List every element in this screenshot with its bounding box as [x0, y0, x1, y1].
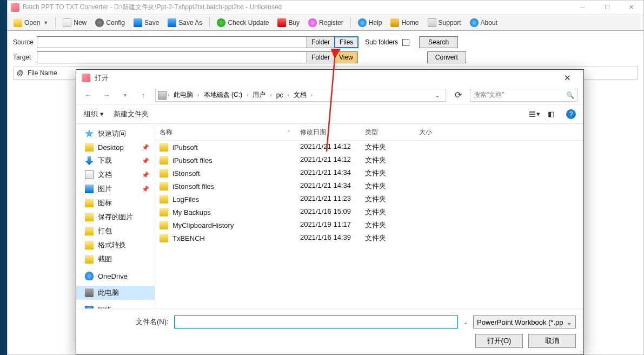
- file-date: 2021/1/21 14:12: [296, 154, 361, 167]
- cart-icon: [277, 18, 286, 27]
- tree-this-pc[interactable]: 此电脑: [76, 286, 155, 300]
- breadcrumb-item[interactable]: 用户: [249, 89, 269, 101]
- cancel-button[interactable]: 取消: [528, 334, 576, 348]
- list-filename-column: File Name: [28, 69, 57, 77]
- target-view-button[interactable]: View: [334, 51, 358, 63]
- search-input[interactable]: 搜索"文档" 🔍: [470, 89, 578, 102]
- dialog-icon: [82, 74, 90, 82]
- folder-icon: [160, 221, 168, 229]
- help-icon[interactable]: ?: [566, 109, 576, 119]
- column-name[interactable]: 名称˄: [155, 124, 296, 140]
- folder-icon: [160, 156, 168, 165]
- back-button[interactable]: ←: [82, 89, 95, 102]
- folder-icon: [85, 213, 94, 221]
- file-date: 2021/1/19 11:17: [296, 219, 361, 232]
- recent-dropdown[interactable]: ▾: [118, 89, 131, 102]
- home-icon: [390, 18, 399, 27]
- filename-input[interactable]: [174, 315, 458, 328]
- breadcrumb-item[interactable]: pc: [273, 90, 287, 100]
- tree-network[interactable]: 网络: [76, 303, 155, 308]
- chevron-right-icon: ›: [197, 92, 199, 98]
- saveas-icon: [168, 18, 176, 27]
- forward-button[interactable]: →: [100, 89, 113, 102]
- preview-pane-button[interactable]: ◧: [548, 110, 559, 119]
- breadcrumb-dropdown[interactable]: ⌄: [431, 91, 443, 99]
- file-size: [415, 154, 458, 167]
- tree-format[interactable]: 格式转换: [76, 238, 155, 252]
- file-date: 2021/1/16 15:09: [296, 206, 361, 219]
- tree-screenshot[interactable]: 截图: [76, 252, 155, 266]
- folder-icon: [85, 227, 94, 235]
- column-size[interactable]: 大小: [415, 124, 458, 140]
- dialog-nav: ← → ▾ ↑ › 此电脑 › 本地磁盘 (C:) › 用户 › pc › 文档…: [76, 86, 583, 104]
- home-button[interactable]: Home: [387, 17, 422, 29]
- file-size: [415, 180, 458, 193]
- file-row[interactable]: iStonsoft2021/1/21 14:34文件夹: [155, 167, 583, 180]
- tree-desktop[interactable]: Desktop📌: [76, 141, 155, 154]
- register-button[interactable]: Register: [304, 17, 347, 29]
- dialog-close-button[interactable]: ✕: [556, 73, 578, 83]
- filetype-select[interactable]: PowerPoint Workbook (*.pp⌄: [473, 315, 576, 328]
- column-date[interactable]: 修改日期: [296, 124, 361, 140]
- support-button[interactable]: Support: [424, 17, 465, 29]
- maximize-button[interactable]: ☐: [595, 1, 619, 15]
- source-files-button[interactable]: Files: [334, 36, 358, 48]
- breadcrumb-item[interactable]: 本地磁盘 (C:): [201, 89, 245, 101]
- breadcrumb[interactable]: › 此电脑 › 本地磁盘 (C:) › 用户 › pc › 文档 › ⌄: [155, 89, 446, 102]
- separator: [55, 17, 56, 28]
- tree-icons[interactable]: 图标: [76, 196, 155, 210]
- folder-icon: [160, 182, 168, 190]
- chevron-right-icon: ›: [168, 92, 169, 98]
- drive-icon: [158, 91, 167, 100]
- subfolders-checkbox[interactable]: [402, 39, 409, 46]
- file-row[interactable]: MyClipboardHistory2021/1/19 11:17文件夹: [155, 219, 583, 232]
- filename-row: 文件名(N): ⌄ PowerPoint Workbook (*.pp⌄: [84, 315, 576, 328]
- target-folder-button[interactable]: Folder: [307, 51, 335, 63]
- convert-button[interactable]: Convert: [427, 51, 466, 63]
- tree-saved-pics[interactable]: 保存的图片: [76, 210, 155, 224]
- buy-button[interactable]: Buy: [274, 17, 303, 29]
- minimize-button[interactable]: ─: [570, 1, 595, 15]
- new-button[interactable]: New: [59, 17, 90, 29]
- file-type: 文件夹: [361, 232, 415, 245]
- close-button[interactable]: ✕: [619, 1, 643, 15]
- help-button[interactable]: Help: [354, 17, 386, 29]
- help-icon: [358, 18, 367, 27]
- document-icon: [85, 170, 94, 179]
- tree-onedrive[interactable]: OneDrive: [76, 269, 155, 282]
- organize-button[interactable]: 组织 ▾: [84, 109, 104, 119]
- search-button[interactable]: Search: [419, 36, 458, 48]
- up-button[interactable]: ↑: [137, 89, 150, 102]
- source-folder-button[interactable]: Folder: [307, 36, 335, 48]
- file-name: MyClipboardHistory: [172, 221, 234, 229]
- open-button[interactable]: 打开(O): [475, 334, 523, 348]
- file-row[interactable]: iStonsoft files2021/1/21 14:34文件夹: [155, 180, 583, 193]
- config-button[interactable]: Config: [91, 17, 129, 29]
- breadcrumb-item[interactable]: 此电脑: [170, 89, 196, 101]
- check-update-button[interactable]: Check Update: [213, 17, 273, 29]
- breadcrumb-item[interactable]: 文档: [290, 89, 310, 101]
- new-folder-button[interactable]: 新建文件夹: [114, 109, 149, 119]
- tree-documents[interactable]: 文档📌: [76, 168, 155, 182]
- file-size: [415, 219, 458, 232]
- tree-pack[interactable]: 打包: [76, 224, 155, 238]
- refresh-button[interactable]: ⟳: [452, 89, 464, 102]
- file-row[interactable]: LogFiles2021/1/21 11:23文件夹: [155, 193, 583, 206]
- file-date: 2021/1/21 14:34: [296, 180, 361, 193]
- tree-downloads[interactable]: 下载📌: [76, 154, 155, 168]
- file-row[interactable]: iPubsoft2021/1/21 14:12文件夹: [155, 141, 583, 154]
- file-row[interactable]: TxBENCH2021/1/16 14:39文件夹: [155, 232, 583, 245]
- filename-dropdown[interactable]: ⌄: [463, 319, 468, 325]
- about-button[interactable]: About: [466, 17, 501, 29]
- saveas-button[interactable]: Save As: [164, 17, 206, 29]
- tree-pictures[interactable]: 图片📌: [76, 182, 155, 196]
- target-input[interactable]: [37, 51, 307, 63]
- source-input[interactable]: [37, 36, 307, 48]
- file-row[interactable]: My Backups2021/1/16 15:09文件夹: [155, 206, 583, 219]
- tree-quick-access[interactable]: 快速访问: [76, 127, 155, 141]
- open-button[interactable]: Open▼: [10, 17, 52, 29]
- save-button[interactable]: Save: [130, 17, 163, 29]
- column-type[interactable]: 类型: [361, 124, 415, 140]
- file-row[interactable]: iPubsoft files2021/1/21 14:12文件夹: [155, 154, 583, 167]
- view-mode-button[interactable]: ▾: [529, 110, 540, 119]
